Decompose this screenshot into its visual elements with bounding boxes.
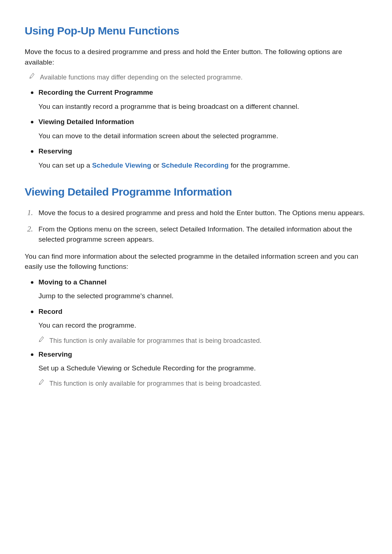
list-item: Moving to a Channel Jump to the selected… bbox=[25, 277, 367, 301]
item-desc: You can move to the detail information s… bbox=[38, 131, 367, 141]
list-item: Reserving Set up a Schedule Viewing or S… bbox=[25, 349, 367, 388]
list-item: Viewing Detailed Information You can mov… bbox=[25, 117, 367, 141]
note-text: Available functions may differ depending… bbox=[40, 73, 242, 82]
list-item: Record You can record the programme. Thi… bbox=[25, 307, 367, 345]
section-heading-popup: Using Pop-Up Menu Functions bbox=[25, 22, 367, 39]
item-desc: You can record the programme. bbox=[38, 320, 367, 331]
list-item: Reserving You can set up a Schedule View… bbox=[25, 146, 367, 171]
steps-list: Move the focus to a desired programme an… bbox=[25, 208, 367, 245]
section1-intro: Move the focus to a desired programme an… bbox=[25, 47, 367, 67]
list-item: Recording the Current Programme You can … bbox=[25, 87, 367, 112]
section2-bullets: Moving to a Channel Jump to the selected… bbox=[25, 277, 367, 388]
item-title: Reserving bbox=[38, 349, 367, 360]
pencil-icon bbox=[38, 379, 44, 385]
item-title: Record bbox=[38, 307, 367, 317]
item-title: Reserving bbox=[38, 146, 367, 157]
link-schedule-recording[interactable]: Schedule Recording bbox=[162, 161, 229, 169]
item-title: Moving to a Channel bbox=[38, 277, 367, 288]
note-row: This function is only available for prog… bbox=[38, 336, 367, 345]
item-desc: You can instantly record a programme tha… bbox=[38, 102, 367, 112]
note-row: This function is only available for prog… bbox=[38, 379, 367, 388]
section1-bullets: Recording the Current Programme You can … bbox=[25, 87, 367, 171]
text-span: or bbox=[151, 161, 162, 169]
link-schedule-viewing[interactable]: Schedule Viewing bbox=[92, 161, 151, 169]
pencil-icon bbox=[29, 73, 35, 79]
item-desc: Set up a Schedule Viewing or Schedule Re… bbox=[38, 363, 367, 374]
step-item: Move the focus to a desired programme an… bbox=[25, 208, 367, 218]
item-title: Recording the Current Programme bbox=[38, 87, 367, 98]
item-desc: Jump to the selected programme's channel… bbox=[38, 291, 367, 301]
text-span: You can set up a bbox=[38, 161, 92, 169]
section2-after-steps: You can find more information about the … bbox=[25, 251, 367, 272]
item-desc: You can set up a Schedule Viewing or Sch… bbox=[38, 160, 367, 171]
note-text: This function is only available for prog… bbox=[49, 336, 262, 345]
note-text: This function is only available for prog… bbox=[49, 379, 262, 388]
pencil-icon bbox=[38, 336, 44, 342]
note-row: Available functions may differ depending… bbox=[29, 73, 367, 82]
page: Using Pop-Up Menu Functions Move the foc… bbox=[0, 0, 392, 554]
text-span: for the programme. bbox=[229, 161, 290, 169]
step-item: From the Options menu on the screen, sel… bbox=[25, 224, 367, 245]
section-heading-detailed-info: Viewing Detailed Programme Information bbox=[25, 184, 367, 200]
item-title: Viewing Detailed Information bbox=[38, 117, 367, 127]
